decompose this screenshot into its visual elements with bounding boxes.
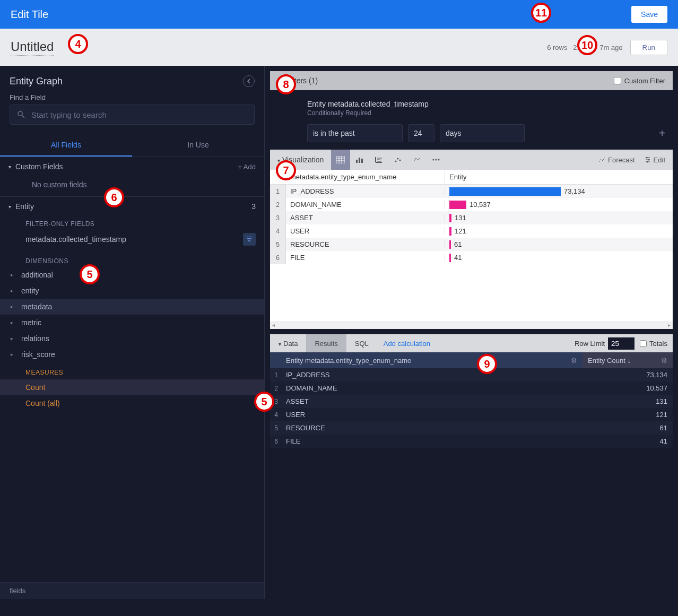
forecast-button[interactable]: Forecast	[599, 156, 635, 164]
add-calculation[interactable]: Add calculation	[384, 340, 430, 348]
dimension-relations[interactable]: ▸relations	[0, 331, 264, 346]
right-panel: Filters (1) Custom Filter Entity metadat…	[264, 66, 678, 599]
results-tab[interactable]: Results	[306, 334, 346, 352]
viz-col-name[interactable]: metadata.entity_type_enum_name	[286, 170, 445, 184]
viz-row: 1IP_ADDRESS73,134	[270, 185, 673, 198]
svg-point-24	[646, 161, 648, 163]
save-button[interactable]: Save	[631, 6, 667, 23]
gear-icon[interactable]: ⚙	[661, 357, 667, 365]
results-table: Entity metadata.entity_type_enum_name⚙ E…	[270, 352, 673, 448]
filter-title: Entity metadata.collected_timestamp	[307, 100, 671, 108]
svg-rect-5	[356, 160, 358, 163]
filter-only-fields-label: FILTER-ONLY FIELDS	[0, 216, 264, 230]
measure-item[interactable]: Count	[0, 379, 264, 395]
find-field-label: Find a Field	[0, 93, 264, 105]
filters-label: Filters (1)	[286, 76, 318, 85]
totals-toggle[interactable]: Totals	[640, 340, 667, 348]
gear-icon[interactable]: ⚙	[571, 357, 577, 365]
add-custom-field[interactable]: + Add	[238, 163, 256, 171]
viz-more-icon[interactable]	[427, 150, 446, 170]
visualization-bar: Visualization Forecast Edit	[270, 150, 673, 170]
data-tab[interactable]: Data	[270, 334, 306, 352]
svg-point-14	[397, 158, 399, 160]
collapse-panel-button[interactable]	[243, 75, 255, 87]
forecast-icon	[599, 157, 605, 163]
dimension-metric[interactable]: ▸metric	[0, 315, 264, 331]
svg-rect-0	[336, 156, 345, 163]
viz-row: 6FILE41	[270, 251, 673, 264]
dimensions-label: DIMENSIONS	[0, 253, 264, 267]
row-limit-input[interactable]	[608, 337, 634, 350]
edit-viz-button[interactable]: Edit	[645, 156, 665, 164]
filters-bar[interactable]: Filters (1) Custom Filter	[270, 71, 673, 90]
entity-count: 3	[251, 202, 256, 211]
viz-column-icon[interactable]	[369, 150, 388, 170]
measures-label: MEASURES	[0, 362, 264, 379]
viz-row: 3ASSET131	[270, 211, 673, 224]
dimension-additional[interactable]: ▸additional	[0, 267, 264, 283]
dimension-entity[interactable]: ▸entity	[0, 283, 264, 299]
filter-field-item[interactable]: metadata.collected_timestamp	[0, 230, 264, 253]
explore-title: Entity Graph	[10, 76, 63, 87]
sql-tab[interactable]: SQL	[346, 334, 377, 352]
custom-filter-checkbox[interactable]	[614, 77, 621, 84]
tab-all-fields[interactable]: All Fields	[0, 134, 132, 157]
svg-rect-7	[361, 159, 363, 163]
filter-subtitle: Conditionally Required	[307, 109, 671, 117]
visualization-label[interactable]: Visualization	[270, 155, 331, 164]
viz-scatter-icon[interactable]	[388, 150, 407, 170]
viz-col-entity[interactable]: Entity	[445, 170, 673, 184]
entity-label: Entity	[15, 202, 34, 211]
results-row: 3ASSET131	[270, 395, 673, 408]
dimension-risk_score[interactable]: ▸risk_score	[0, 346, 264, 362]
filter-unit-select[interactable]: days	[440, 124, 525, 142]
svg-rect-6	[359, 158, 360, 163]
results-col-count[interactable]: Entity Count ↓⚙	[583, 352, 673, 368]
filter-value-input[interactable]	[408, 124, 434, 142]
search-input[interactable]	[31, 110, 248, 119]
no-custom-fields: No custom fields	[0, 176, 264, 196]
filter-operator-select[interactable]: is in the past	[307, 124, 403, 142]
svg-point-18	[438, 159, 440, 161]
svg-point-15	[399, 160, 401, 161]
chevron-left-icon	[246, 79, 251, 84]
svg-point-17	[436, 159, 437, 161]
settings-icon	[645, 157, 651, 163]
results-row: 5RESOURCE61	[270, 421, 673, 435]
header: Edit Tile Save	[0, 0, 678, 29]
query-status: 6 rows · 2.489s · 7m ago	[547, 44, 622, 51]
svg-point-22	[646, 157, 647, 159]
results-row: 6FILE41	[270, 435, 673, 448]
viz-bar-icon[interactable]	[350, 150, 369, 170]
search-box[interactable]	[10, 105, 255, 125]
viz-row: 2DOMAIN_NAME10,537	[270, 198, 673, 211]
horizontal-scrollbar[interactable]: ◂▸	[270, 322, 673, 329]
row-limit-label: Row Limit	[575, 340, 605, 348]
custom-fields-header[interactable]: ▾Custom Fields + Add	[0, 157, 264, 176]
subheader: Untitled 6 rows · 2.489s · 7m ago Run	[0, 29, 678, 66]
custom-filter-toggle[interactable]: Custom Filter	[614, 77, 665, 85]
filter-active-icon[interactable]	[243, 233, 256, 246]
run-button[interactable]: Run	[630, 40, 667, 55]
results-col-name[interactable]: Entity metadata.entity_type_enum_name⚙	[281, 357, 583, 365]
measure-item[interactable]: Count (all)	[0, 395, 264, 411]
tile-title[interactable]: Untitled	[11, 39, 54, 56]
bottom-fields-bar[interactable]: fields	[0, 582, 264, 599]
viz-table-icon[interactable]	[331, 150, 350, 170]
entity-section-header[interactable]: ▾Entity 3	[0, 197, 264, 216]
totals-label: Totals	[649, 340, 667, 348]
field-tabs: All Fields In Use	[0, 134, 264, 157]
results-row: 4USER121	[270, 408, 673, 421]
custom-fields-label: Custom Fields	[15, 162, 63, 171]
header-title: Edit Tile	[11, 8, 48, 21]
tab-in-use[interactable]: In Use	[132, 134, 264, 157]
custom-filter-label: Custom Filter	[624, 77, 665, 85]
viz-line-icon[interactable]	[407, 150, 427, 170]
viz-row: 4USER121	[270, 224, 673, 238]
search-icon	[16, 110, 26, 119]
visualization-table: metadata.entity_type_enum_name Entity 1I…	[270, 170, 673, 329]
dimension-metadata[interactable]: ▸metadata	[0, 299, 264, 315]
totals-checkbox[interactable]	[640, 340, 647, 347]
results-row: 1IP_ADDRESS73,134	[270, 368, 673, 381]
add-filter-button[interactable]: +	[659, 127, 671, 140]
